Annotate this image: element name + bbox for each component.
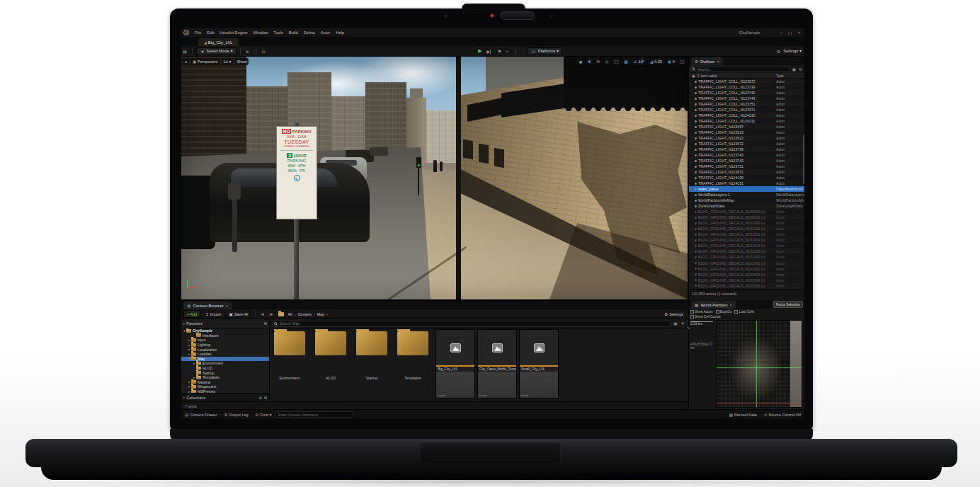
asset-folder[interactable]: Environment (271, 329, 308, 380)
menu-item[interactable]: Build (286, 30, 301, 35)
asset-folder[interactable]: Startup (353, 329, 390, 380)
outliner-row[interactable]: TRAFFIC_LIGHT_COLL_N123672 Actor (689, 79, 804, 84)
outliner-row[interactable]: TRAFFIC_LIGHT_N123751 Actor (689, 164, 804, 169)
wp-control-checkbox[interactable]: Load Cells (734, 309, 754, 314)
eject-button[interactable]: » (504, 49, 509, 53)
tab-outliner[interactable]: ≣ Outliner × (691, 57, 723, 65)
lit-dropdown[interactable]: Lit ▾ (222, 58, 234, 65)
menu-item[interactable]: Edit (204, 30, 217, 35)
outliner-row[interactable]: BLDG_GROUND_DECALS_N102004 (U Actor (689, 277, 804, 283)
tab-world-partition[interactable]: ▦ World Partition × (691, 301, 736, 309)
outliner-row[interactable]: TRAFFIC_LIGHT_N123523 Actor (689, 130, 804, 135)
tree-item[interactable]: Startup (181, 370, 269, 375)
focus-selection-button[interactable]: Focus Selection (773, 301, 803, 308)
tree-item[interactable]: Interfaces (181, 333, 269, 338)
menu-item[interactable]: Select (301, 30, 318, 35)
level-viewport[interactable]: NO PARKING 9AM - 11AM TUESDAY STREET CLE… (181, 57, 688, 299)
tree-item[interactable]: ▸ Material (181, 380, 269, 385)
outliner-row[interactable]: TRAFFIC_LIGHT_COLL_N123739 Actor (689, 84, 804, 90)
menu-item[interactable]: Houdini Engine (217, 30, 250, 35)
outliner-row[interactable]: TRAFFIC_LIGHT_N123739 Actor (689, 147, 804, 152)
outliner-row[interactable]: TRAFFIC_LIGHT_N123743 Actor (689, 158, 804, 164)
outliner-row[interactable]: BLDG_GROUND_DECALS_N101004 (U Actor (689, 243, 804, 248)
search-icon[interactable] (264, 322, 267, 325)
grid-snap-icon[interactable]: ▦ (622, 58, 630, 65)
outliner-row[interactable]: TRAFFIC_LIGHT_N123457 Actor (689, 124, 804, 130)
wp-control-checkbox[interactable]: BugItGo (716, 309, 732, 314)
outliner-search-input[interactable] (690, 66, 790, 72)
tree-item[interactable]: HLOD (181, 366, 269, 371)
outliner-row[interactable]: TRAFFIC_LIGHT_COLL_N124131 Actor (689, 118, 804, 124)
close-icon[interactable]: × (797, 30, 800, 35)
world-partition-minimap[interactable] (716, 320, 802, 408)
tree-item[interactable]: ▸ Templates (181, 375, 269, 380)
derived-data-button[interactable]: ▦ Derived Data (726, 413, 760, 417)
outliner-row[interactable]: ZoneGraphData ZoneGraphData (689, 203, 804, 209)
viewport-menu-button[interactable]: ≡ (183, 58, 189, 65)
outliner-row[interactable]: BLDG_GROUND_DECALS_N102003 (U Actor (689, 272, 804, 277)
outliner-row[interactable]: BLDG_GROUND_DECALS_N101002 (U Actor (689, 231, 804, 237)
save-search-icon[interactable]: ▣ (673, 321, 678, 326)
breadcrumb-item[interactable]: All (287, 312, 297, 316)
outliner-row[interactable]: BLDG_GROUND_DECALS_N101005 (U Actor (689, 248, 804, 254)
level-asset[interactable]: Big_City_LVL Level (435, 329, 475, 399)
save-icon[interactable]: ▤ (181, 49, 188, 54)
menu-item[interactable]: Help (333, 30, 347, 35)
move-tool-icon[interactable]: ✚ (586, 58, 593, 65)
tab-big-city-lvl[interactable]: ◢ Big_City_LVL (198, 38, 239, 46)
content-search-input[interactable] (273, 321, 671, 327)
add-collection-icon[interactable]: ⊕ (258, 396, 263, 400)
pin-icon[interactable]: ↧ (696, 74, 701, 78)
tree-item[interactable]: ▾ CitySample (181, 328, 269, 333)
wp-control-checkbox[interactable]: Show Cell Coords (690, 314, 721, 319)
history-back-icon[interactable]: ◄ (259, 312, 266, 316)
scale-tool-icon[interactable]: ◇ (603, 58, 610, 65)
tree-item[interactable]: ▸ Environment (181, 361, 269, 366)
trackpad[interactable] (419, 442, 561, 464)
maximize-viewport-icon[interactable]: ▢ (678, 58, 686, 65)
tree-item[interactable]: ▸ Localization (181, 347, 269, 352)
outliner-row[interactable]: TRAFFIC_LIGHT_COLL_N123971 Actor (689, 107, 804, 113)
outliner-row[interactable]: TRAFFIC_LIGHT_N123672 Actor (689, 141, 804, 147)
breadcrumb-item[interactable]: Map (317, 312, 331, 316)
tree-item[interactable]: ▾ Map (181, 357, 269, 362)
menu-item[interactable]: Actor (318, 30, 334, 35)
outliner-row[interactable]: TRAFFIC_LIGHT_COLL_N123740 Actor (689, 90, 804, 96)
column-item-label[interactable]: Item Label (700, 74, 776, 78)
level-asset[interactable]: City_Open_World_Template Level (477, 329, 517, 399)
outliner-row[interactable]: BLDG_GROUND_DECALS_N102000 (U Actor (689, 254, 804, 260)
perspective-dropdown[interactable]: ◉ Perspective (190, 58, 220, 65)
source-control-button[interactable]: ⊘ Source Control Off (760, 413, 804, 417)
cb-settings-button[interactable]: ⚙ Settings (661, 310, 686, 318)
save-all-button[interactable]: ▣ Save All (226, 310, 251, 318)
outliner-row[interactable]: BLDG_GROUND_DECALS_N102005 (U Actor (689, 283, 804, 289)
camera-speed-toggle[interactable]: ◉ 4 (666, 58, 677, 65)
platforms-dropdown[interactable]: ⊡ Platforms ▾ (527, 47, 562, 55)
cinematics-icon[interactable]: ⊟ (261, 49, 267, 54)
tree-item[interactable]: ▸ Lookdev (181, 352, 269, 357)
outliner-row[interactable]: WorldPartitionMinMap WorldPartitionMini (689, 197, 804, 203)
wp-control-checkbox[interactable]: Show Actors (690, 309, 713, 314)
import-button[interactable]: ↧ Import (203, 310, 224, 318)
outliner-row[interactable]: BLDG_GROUND_DECALS_N100000 (U Actor (689, 209, 804, 214)
close-icon[interactable]: × (717, 59, 719, 64)
outliner-row[interactable]: TRAFFIC_LIGHT_N123971 Actor (689, 169, 804, 175)
settings-dropdown[interactable]: ⚙ Settings ▾ (773, 47, 804, 55)
column-type[interactable]: Type (776, 74, 804, 78)
filter-funnel-icon[interactable]: ▼ (680, 321, 685, 326)
show-dropdown[interactable]: Show (234, 58, 249, 65)
outliner-settings-icon[interactable]: ⚙ (798, 67, 803, 71)
search-icon[interactable] (264, 396, 267, 399)
favorites-header[interactable]: ▸ Favorites (181, 319, 270, 328)
content-drawer-button[interactable]: ▤ Content Drawer (181, 413, 221, 417)
play-button[interactable]: ▶ (477, 48, 483, 54)
outliner-row[interactable]: TRAFFIC_LIGHT_N123740 Actor (689, 152, 804, 158)
select-mode-dropdown[interactable]: ▶ Select Mode ▾ (196, 47, 237, 55)
tab-content-browser[interactable]: ▤ Content Browser × (183, 302, 232, 309)
asset-folder[interactable]: Templates (394, 329, 431, 380)
menu-item[interactable]: File (192, 30, 204, 35)
outliner-row[interactable]: BLDG_GROUND_DECALS_N100001 (U Actor (689, 214, 804, 220)
asset-folder[interactable]: HLOD (312, 329, 349, 380)
close-icon[interactable]: × (729, 303, 731, 307)
select-tool-icon[interactable]: ▶ (577, 58, 584, 65)
